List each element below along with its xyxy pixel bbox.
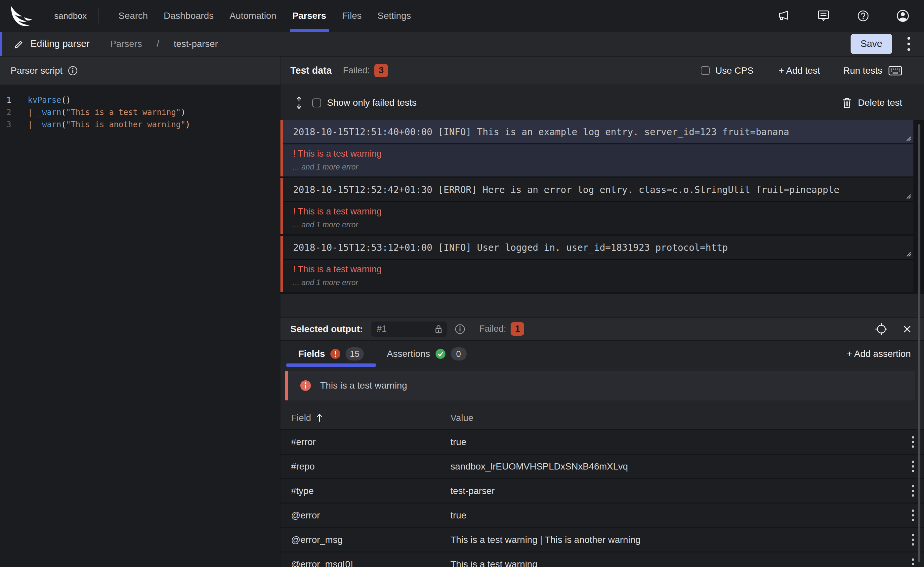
help-icon[interactable] xyxy=(856,9,870,22)
crowdstrike-falcon-logo-icon[interactable] xyxy=(9,5,38,27)
run-tests-button[interactable]: Run tests xyxy=(843,65,902,76)
row-menu-icon[interactable] xyxy=(910,459,915,474)
tab-assertions[interactable]: Assertions 0 xyxy=(387,341,467,367)
info-icon[interactable] xyxy=(68,66,78,76)
announcements-icon[interactable] xyxy=(777,9,790,22)
nav-divider xyxy=(99,8,99,24)
fields-table: Field Value #error true #repo sandbox_lr… xyxy=(280,406,924,567)
crosshair-icon[interactable] xyxy=(874,322,888,336)
code-editor[interactable]: 1 kvParse() 2 | _warn("This is a test wa… xyxy=(0,85,280,567)
row-menu-icon[interactable] xyxy=(910,435,915,449)
fields-count-pill: 15 xyxy=(346,347,364,360)
test-input-textarea[interactable]: 2018-10-15T12:51:40+00:00 [INFO] This is… xyxy=(283,120,913,144)
breadcrumb-separator: / xyxy=(157,39,159,49)
field-name: @error_msg xyxy=(291,535,450,545)
test-log-text: 2018-10-15T12:52:42+01:30 [ERROR] Here i… xyxy=(293,184,839,195)
test-data-title: Test data xyxy=(290,65,332,76)
output-tabs: Fields 15 Assertions 0 + Add assertion xyxy=(280,340,924,367)
breadcrumb-parsers[interactable]: Parsers xyxy=(110,39,142,49)
resize-grip-icon[interactable] xyxy=(905,135,912,141)
field-row[interactable]: #error true xyxy=(280,430,924,454)
run-tests-label: Run tests xyxy=(843,65,882,76)
nav-item-files[interactable]: Files xyxy=(342,0,361,32)
top-nav: sandbox Search Dashboards Automation Par… xyxy=(0,0,924,32)
test-data-panel: Test data Failed: 3 Use CPS + Add test R… xyxy=(280,57,924,567)
active-page-indicator xyxy=(0,32,2,56)
tab-assertions-label: Assertions xyxy=(387,349,430,359)
line-number: 1 xyxy=(0,96,11,105)
nav-item-parsers[interactable]: Parsers xyxy=(292,0,327,32)
test-list-spacer xyxy=(280,294,924,317)
selected-test-ref-value: #1 xyxy=(377,324,434,334)
field-name: #type xyxy=(291,486,450,496)
field-value: This is a test warning | This is another… xyxy=(450,535,896,545)
close-icon[interactable] xyxy=(901,324,913,335)
selected-output-bar: Selected output: #1 Failed: 1 xyxy=(280,317,924,340)
field-value: sandbox_lrEUOMVHSPLDxSNxB46mXLvq xyxy=(450,461,896,472)
editor-toolbar: Editing parser Parsers / test-parser Sav… xyxy=(0,32,924,57)
scrollbar-thumb[interactable] xyxy=(918,124,920,562)
test-case-row[interactable]: 2018-10-15T12:51:40+00:00 [INFO] This is… xyxy=(280,120,913,177)
tab-fields[interactable]: Fields 15 xyxy=(286,341,376,367)
nav-item-dashboards[interactable]: Dashboards xyxy=(164,0,214,32)
delete-test-button[interactable]: Delete test xyxy=(842,97,902,108)
selected-output-label: Selected output: xyxy=(290,324,363,334)
nav-item-automation[interactable]: Automation xyxy=(230,0,277,32)
code-text: | _warn("This is another warning") xyxy=(28,120,190,129)
parser-script-panel: Parser script 1 kvParse() 2 | _warn("Thi… xyxy=(0,57,280,567)
overflow-menu-icon[interactable] xyxy=(906,36,912,52)
add-test-button[interactable]: + Add test xyxy=(778,65,820,76)
account-icon[interactable] xyxy=(896,9,909,22)
row-menu-icon[interactable] xyxy=(910,484,915,498)
test-case-row[interactable]: 2018-10-15T12:52:42+01:30 [ERROR] Here i… xyxy=(280,178,913,234)
use-cps-checkbox[interactable] xyxy=(701,66,710,75)
field-row[interactable]: #repo sandbox_lrEUOMVHSPLDxSNxB46mXLvq xyxy=(280,454,924,479)
field-row[interactable]: @error true xyxy=(280,504,924,528)
row-menu-icon[interactable] xyxy=(910,557,915,567)
field-value: true xyxy=(450,437,896,447)
nav-left: sandbox Search Dashboards Automation Par… xyxy=(0,0,411,32)
field-row[interactable]: @error_msg This is a test warning | This… xyxy=(280,528,924,552)
show-only-failed-checkbox[interactable] xyxy=(312,99,321,107)
info-icon[interactable] xyxy=(455,324,465,334)
fields-table-header: Field Value xyxy=(280,406,924,430)
save-button[interactable]: Save xyxy=(850,34,892,54)
row-menu-icon[interactable] xyxy=(910,532,915,547)
code-text: kvParse() xyxy=(28,96,71,105)
resize-grip-icon[interactable] xyxy=(905,250,912,257)
field-value: This is a test warning xyxy=(450,559,896,567)
show-only-failed-label[interactable]: Show only failed tests xyxy=(327,98,417,108)
use-cps-label: Use CPS xyxy=(715,65,753,76)
warning-info-icon xyxy=(299,380,312,392)
nav-right xyxy=(777,9,909,22)
resize-vertical-icon[interactable] xyxy=(296,96,302,110)
field-row[interactable]: @error_msg[0] This is a test warning xyxy=(280,552,924,567)
line-number: 2 xyxy=(0,108,11,117)
add-assertion-button[interactable]: + Add assertion xyxy=(847,349,911,359)
feedback-icon[interactable] xyxy=(817,9,830,22)
failed-count-badge: 1 xyxy=(511,322,524,336)
success-icon xyxy=(435,349,446,359)
scrollbar[interactable] xyxy=(918,124,920,562)
sort-ascending-icon[interactable] xyxy=(316,413,323,423)
main-nav: Search Dashboards Automation Parsers Fil… xyxy=(118,0,411,32)
workspace-name[interactable]: sandbox xyxy=(54,11,87,21)
column-field-label[interactable]: Field xyxy=(291,413,311,423)
breadcrumb-current: test-parser xyxy=(174,39,218,49)
use-cps-toggle[interactable]: Use CPS xyxy=(701,65,753,76)
error-icon xyxy=(330,349,341,359)
resize-grip-icon[interactable] xyxy=(905,193,912,199)
nav-item-settings[interactable]: Settings xyxy=(378,0,411,32)
test-case-row[interactable]: 2018-10-15T12:53:12+01:00 [INFO] User lo… xyxy=(280,236,913,292)
field-value: test-parser xyxy=(450,486,896,496)
field-row[interactable]: #type test-parser xyxy=(280,479,924,504)
test-input-textarea[interactable]: 2018-10-15T12:52:42+01:30 [ERROR] Here i… xyxy=(283,178,913,202)
test-input-textarea[interactable]: 2018-10-15T12:53:12+01:00 [INFO] User lo… xyxy=(283,236,913,260)
pencil-icon xyxy=(14,39,24,49)
selected-test-ref-field[interactable]: #1 xyxy=(372,321,447,337)
mode-label: Editing parser xyxy=(30,38,90,49)
row-menu-icon[interactable] xyxy=(910,508,915,522)
field-value: true xyxy=(450,510,896,521)
test-data-header: Test data Failed: 3 Use CPS + Add test R… xyxy=(280,57,924,85)
nav-item-search[interactable]: Search xyxy=(118,0,148,32)
